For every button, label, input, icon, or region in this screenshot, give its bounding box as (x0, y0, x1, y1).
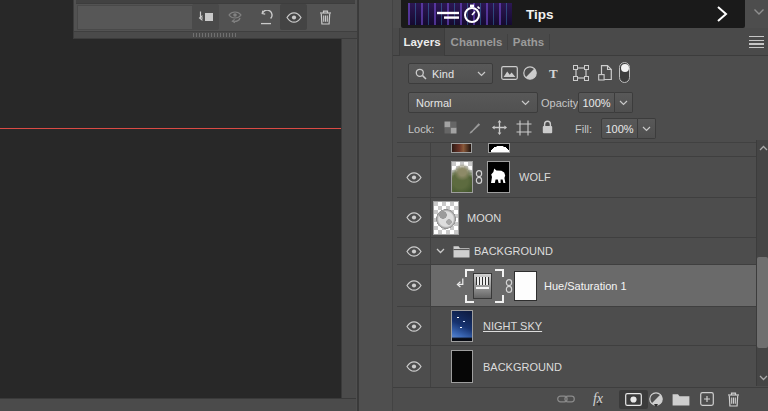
layer-thumbnail[interactable] (451, 161, 473, 193)
layer-name: WOLF (519, 171, 551, 183)
collapse-panel-chevron-icon[interactable] (753, 8, 765, 16)
hue-saturation-icon (476, 277, 489, 285)
layer-styles-button[interactable]: fx (587, 389, 609, 409)
link-icon (557, 394, 575, 404)
tab-paths[interactable]: Paths (508, 28, 549, 56)
layer-name: BACKGROUND (483, 361, 562, 373)
fill-value-field[interactable]: 100% (601, 118, 638, 139)
properties-panel-bottom (73, 0, 358, 39)
photoshop-workspace: Tips Layers Channels Paths Kind (0, 0, 768, 411)
layer-row-background-group[interactable]: BACKGROUND (397, 238, 756, 265)
delete-adjustment-button[interactable] (312, 4, 339, 30)
eye-icon (406, 280, 422, 291)
lock-all-button[interactable] (542, 120, 553, 134)
reset-icon (258, 10, 274, 25)
add-layer-mask-button[interactable] (619, 390, 648, 409)
layer-row-hue-saturation[interactable]: Hue/Saturation 1 (397, 265, 756, 307)
scroll-up-icon[interactable] (759, 145, 768, 151)
link-mask-icon[interactable] (475, 170, 483, 184)
visibility-toggle[interactable] (397, 238, 431, 264)
filter-smart-objects-button[interactable] (598, 65, 612, 81)
link-layers-button[interactable] (555, 389, 577, 409)
layer-row-partial[interactable] (397, 143, 756, 157)
fill-value: 100% (605, 123, 633, 135)
visibility-toggle[interactable] (397, 265, 431, 306)
plus-square-icon (700, 392, 714, 406)
adjustment-thumbnail[interactable] (473, 273, 492, 299)
folder-icon (453, 245, 470, 258)
filter-type-layers-button[interactable]: T (549, 66, 558, 82)
lock-artboards-button[interactable] (516, 120, 532, 136)
visibility-toggle[interactable] (397, 307, 431, 345)
opacity-value: 100% (582, 97, 610, 109)
filter-kind-dropdown[interactable]: Kind (408, 63, 493, 84)
mask-thumbnail-partial[interactable] (488, 143, 510, 153)
filter-pixel-layers-button[interactable] (501, 66, 518, 80)
document-horizontal-scrollbar[interactable] (0, 398, 356, 411)
wolf-image (452, 162, 472, 192)
mask-thumbnail[interactable] (514, 271, 537, 301)
tab-channels[interactable]: Channels (446, 28, 507, 56)
lock-transparent-pixels-button[interactable] (444, 121, 457, 134)
filter-adjustment-layers-button[interactable] (523, 66, 537, 80)
layer-row-background[interactable]: BACKGROUND (397, 346, 756, 387)
layer-thumbnail[interactable] (451, 310, 473, 342)
tips-title: Tips (526, 0, 554, 28)
link-mask-icon[interactable] (505, 279, 513, 293)
type-icon: T (549, 66, 558, 82)
folder-icon (672, 393, 690, 406)
chevron-right-icon[interactable] (716, 5, 728, 23)
lock-position-button[interactable] (492, 120, 507, 135)
blend-mode-dropdown[interactable]: Normal (408, 92, 538, 113)
layers-panel: Tips Layers Channels Paths Kind (392, 0, 768, 411)
scrollbar-thumb[interactable] (757, 257, 768, 348)
document-vertical-scrollbar[interactable] (341, 0, 356, 398)
layer-thumbnail-partial[interactable] (451, 143, 472, 153)
visibility-toggle[interactable] (397, 198, 431, 237)
menu-triangle-icon (654, 404, 658, 407)
filter-kind-value: Kind (432, 68, 477, 80)
layer-name: NIGHT SKY (483, 320, 542, 332)
eye-icon (406, 246, 422, 257)
group-expand-chevron-icon[interactable] (436, 248, 445, 254)
tab-separator (549, 34, 550, 50)
scroll-down-icon[interactable] (759, 375, 768, 381)
search-icon (415, 68, 427, 80)
visibility-toggle[interactable] (397, 157, 431, 197)
toggle-pill-icon (619, 62, 630, 83)
layer-filtering-toggle[interactable] (619, 62, 630, 83)
toggle-layer-visibility-button[interactable] (280, 4, 307, 30)
tab-layers[interactable]: Layers (399, 28, 445, 56)
visibility-cell[interactable] (397, 143, 431, 156)
layer-row-night-sky[interactable]: NIGHT SKY (397, 307, 756, 346)
blend-mode-value: Normal (416, 97, 521, 109)
workspace-divider (357, 0, 359, 411)
panel-menu-icon[interactable] (749, 36, 764, 49)
clip-to-layer-button[interactable] (192, 4, 219, 30)
opacity-value-field[interactable]: 100% (578, 92, 615, 113)
opacity-dropdown-chevron[interactable] (615, 92, 633, 113)
fill-dropdown-chevron[interactable] (638, 118, 656, 139)
new-adjustment-layer-button[interactable] (646, 389, 666, 409)
panel-resize-grip[interactable] (193, 33, 237, 37)
tab-channels-label: Channels (451, 36, 503, 48)
visibility-toggle[interactable] (397, 346, 431, 387)
layer-thumbnail[interactable] (451, 350, 473, 383)
tips-banner[interactable]: Tips (401, 0, 745, 28)
tips-thumbnail (408, 3, 512, 25)
mask-thumbnail[interactable] (487, 161, 510, 193)
layer-thumbnail[interactable] (433, 201, 459, 235)
filter-shape-layers-button[interactable] (573, 65, 589, 81)
lock-image-pixels-button[interactable] (468, 121, 482, 135)
new-layer-button[interactable] (697, 389, 717, 409)
lock-label: Lock: (408, 123, 434, 135)
layer-row-wolf[interactable]: WOLF (397, 157, 756, 198)
reset-adjustment-button[interactable] (252, 4, 279, 30)
new-group-button[interactable] (670, 389, 692, 409)
view-previous-state-button[interactable] (222, 4, 249, 30)
document-canvas[interactable] (0, 0, 341, 398)
layer-row-moon[interactable]: MOON (397, 198, 756, 238)
delete-layer-button[interactable] (723, 389, 743, 409)
wolf-silhouette (488, 162, 509, 192)
group-name: BACKGROUND (474, 245, 553, 257)
